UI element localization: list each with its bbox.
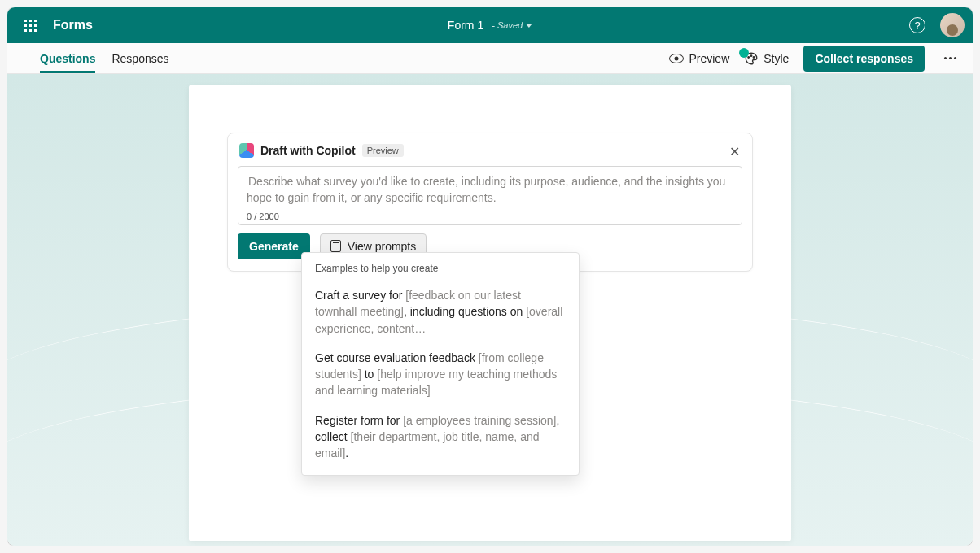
canvas: Draft with Copilot Preview ✕ Describe wh…	[7, 74, 973, 546]
prompts-popup: Examples to help you create Craft a surv…	[301, 252, 580, 476]
palette-icon	[744, 51, 759, 66]
prompt-example[interactable]: Craft a survey for [feedback on our late…	[305, 281, 575, 343]
prompt-example[interactable]: Get course evaluation feedback [from col…	[305, 343, 575, 406]
close-icon[interactable]: ✕	[726, 143, 742, 159]
app-name: Forms	[53, 18, 93, 33]
help-icon[interactable]: ?	[909, 17, 925, 33]
svg-point-2	[754, 56, 755, 58]
preview-button[interactable]: Preview	[669, 52, 729, 65]
generate-button[interactable]: Generate	[238, 233, 310, 259]
collect-label: Collect responses	[815, 52, 913, 65]
more-icon[interactable]	[939, 52, 961, 64]
preview-badge: Preview	[362, 144, 404, 157]
prompt-example[interactable]: Register form for [a employees training …	[305, 406, 575, 468]
chevron-down-icon	[526, 24, 532, 28]
copilot-icon	[239, 143, 254, 158]
svg-point-0	[748, 56, 750, 58]
style-label: Style	[763, 52, 789, 65]
eye-icon	[669, 54, 684, 63]
char-count: 0 / 2000	[247, 211, 733, 221]
saved-label: - Saved	[492, 20, 523, 30]
toolbar: Questions Responses Preview Style Collec…	[7, 43, 973, 74]
prompt-input[interactable]: Describe what survey you'd like to creat…	[238, 166, 742, 225]
app-window: Forms Form 1 - Saved ? Questions Respons…	[7, 7, 973, 546]
tab-questions-label: Questions	[40, 52, 95, 65]
tab-responses-label: Responses	[112, 52, 168, 65]
form-title[interactable]: Form 1	[448, 19, 483, 32]
avatar[interactable]	[940, 13, 965, 37]
saved-status[interactable]: - Saved	[492, 20, 532, 30]
copilot-panel: Draft with Copilot Preview ✕ Describe wh…	[227, 133, 753, 272]
book-icon	[330, 240, 341, 252]
header-title-area: Form 1 - Saved	[448, 19, 532, 32]
tab-questions[interactable]: Questions	[40, 43, 95, 73]
tab-responses[interactable]: Responses	[112, 43, 168, 73]
form-card: Draft with Copilot Preview ✕ Describe wh…	[189, 85, 791, 541]
collect-responses-button[interactable]: Collect responses	[803, 46, 925, 72]
prompt-placeholder: Describe what survey you'd like to creat…	[247, 173, 733, 207]
generate-label: Generate	[249, 240, 299, 253]
svg-point-1	[751, 54, 753, 56]
preview-label: Preview	[689, 52, 729, 65]
app-header: Forms Form 1 - Saved ?	[7, 7, 973, 43]
app-launcher-icon[interactable]	[15, 11, 45, 40]
style-button[interactable]: Style	[744, 51, 789, 66]
popup-heading: Examples to help you create	[305, 263, 575, 281]
view-prompts-label: View prompts	[348, 240, 417, 253]
copilot-title: Draft with Copilot	[260, 144, 356, 157]
